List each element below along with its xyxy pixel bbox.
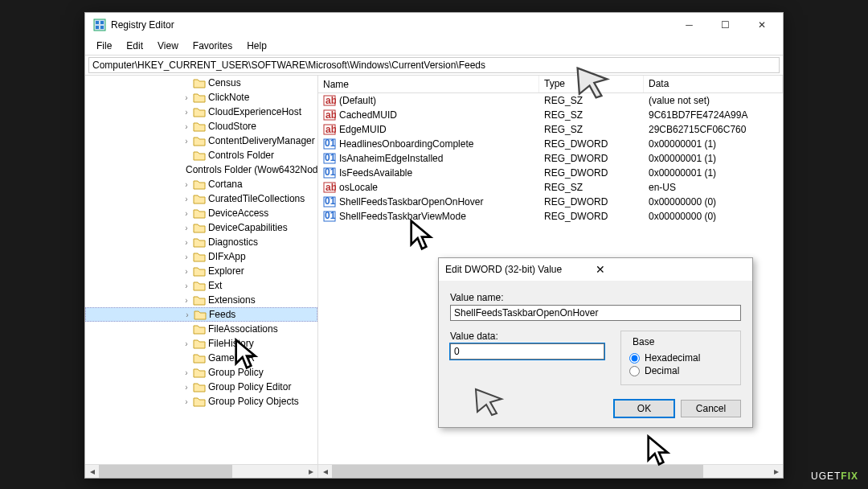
tree-item[interactable]: ›Group Policy Editor — [85, 380, 317, 394]
tree-item[interactable]: ›DeviceAccess — [85, 206, 317, 220]
expand-icon[interactable]: › — [182, 253, 191, 261]
menu-help[interactable]: Help — [240, 39, 273, 53]
tree-item[interactable]: ›CuratedTileCollections — [85, 191, 317, 206]
expand-icon[interactable]: › — [182, 209, 191, 218]
tree-item-label: FileAssociations — [208, 323, 278, 335]
tree-item-label: CloudExperienceHost — [208, 106, 301, 117]
tree-item[interactable]: ›DIFxApp — [85, 249, 317, 264]
value-data: en-US — [644, 182, 783, 193]
list-row[interactable]: ab(Default)REG_SZ(value not set) — [318, 93, 783, 108]
scroll-right-icon[interactable]: ▸ — [304, 465, 317, 479]
expand-icon[interactable]: › — [182, 339, 191, 348]
tree-item[interactable]: ›ClickNote — [85, 90, 317, 105]
list-row[interactable]: abCachedMUIDREG_SZ9C61BD7FE4724A99A — [318, 108, 783, 122]
dialog-titlebar: Edit DWORD (32-bit) Value ✕ — [439, 258, 752, 281]
tree-item[interactable]: FileAssociations — [85, 322, 317, 336]
tree-item[interactable]: ›Group Policy — [85, 365, 317, 380]
ok-button[interactable]: OK — [614, 400, 674, 417]
expand-icon[interactable]: › — [182, 383, 191, 392]
svg-text:011: 011 — [325, 152, 336, 163]
tree-item[interactable]: ›Explorer — [85, 264, 317, 278]
value-data: 0x00000000 (0) — [644, 211, 783, 222]
expand-icon[interactable]: › — [182, 108, 191, 117]
expand-icon[interactable]: › — [182, 281, 191, 290]
col-data[interactable]: Data — [644, 76, 783, 92]
expand-icon[interactable]: › — [182, 224, 191, 232]
tree-item[interactable]: ›Cortana — [85, 177, 317, 191]
value-name-input[interactable] — [450, 305, 741, 321]
tree-item[interactable]: ›Feeds — [85, 307, 317, 322]
tree-item[interactable]: ›Ext — [85, 278, 317, 293]
tree-item-label: DIFxApp — [208, 251, 246, 262]
tree-item[interactable]: Census — [85, 76, 317, 90]
minimize-button[interactable]: ─ — [671, 13, 707, 37]
scroll-left-icon[interactable]: ◂ — [318, 465, 332, 479]
expand-icon[interactable]: › — [182, 238, 191, 247]
value-type: REG_SZ — [539, 182, 644, 193]
tree-item-label: CuratedTileCollections — [208, 193, 305, 204]
list-row[interactable]: abosLocaleREG_SZen-US — [318, 180, 783, 195]
tree-item[interactable]: ›Diagnostics — [85, 235, 317, 249]
tree-item-label: DeviceCapabilities — [208, 222, 288, 233]
expand-icon[interactable]: › — [182, 93, 191, 102]
menu-file[interactable]: File — [90, 39, 118, 53]
expand-icon[interactable]: › — [182, 180, 191, 189]
list-row[interactable]: 011ShellFeedsTaskbarViewModeREG_DWORD0x0… — [318, 209, 783, 224]
tree-item[interactable]: Controls Folder (Wow6432Node) — [85, 162, 317, 177]
value-name: IsFeedsAvailable — [339, 167, 412, 179]
svg-text:011: 011 — [325, 138, 336, 149]
value-data: 0x00000000 (0) — [644, 196, 783, 208]
tree-hscroll[interactable]: ◂ ▸ — [85, 464, 317, 478]
list-hscroll[interactable]: ◂ ▸ — [318, 464, 783, 478]
tree-item[interactable]: ›FileHistory — [85, 336, 317, 351]
value-name: IsAnaheimEdgeInstalled — [339, 153, 443, 164]
expand-icon[interactable]: › — [182, 310, 192, 319]
tree-item[interactable]: ›CloudExperienceHost — [85, 105, 317, 119]
col-name[interactable]: Name — [318, 76, 539, 92]
address-bar[interactable]: Computer\HKEY_CURRENT_USER\SOFTWARE\Micr… — [88, 57, 780, 73]
svg-text:011: 011 — [325, 195, 336, 207]
expand-icon[interactable]: › — [182, 137, 191, 146]
expand-icon[interactable]: › — [182, 368, 191, 377]
list-row[interactable]: 011IsFeedsAvailableREG_DWORD0x00000001 (… — [318, 166, 783, 180]
tree-item[interactable]: ›CloudStore — [85, 119, 317, 134]
menu-favorites[interactable]: Favorites — [186, 39, 239, 53]
radio-hexadecimal[interactable] — [629, 353, 640, 364]
tree-item-label: Controls Folder — [208, 150, 274, 161]
tree-panel: Census›ClickNote›CloudExperienceHost›Clo… — [85, 76, 318, 478]
tree-item[interactable]: ›Group Policy Objects — [85, 394, 317, 409]
value-name: osLocale — [339, 182, 378, 193]
value-name-label: Value name: — [450, 292, 741, 303]
tree-item[interactable]: Controls Folder — [85, 148, 317, 162]
expand-icon[interactable]: › — [182, 397, 191, 406]
list-row[interactable]: 011HeadlinesOnboardingCompleteREG_DWORD0… — [318, 137, 783, 151]
dialog-close-button[interactable]: ✕ — [596, 263, 746, 276]
svg-text:011: 011 — [325, 166, 336, 178]
expand-icon[interactable]: › — [182, 296, 191, 305]
scroll-left-icon[interactable]: ◂ — [85, 465, 99, 479]
menubar: File Edit View Favorites Help — [85, 37, 783, 55]
expand-icon[interactable]: › — [182, 195, 191, 203]
cancel-button[interactable]: Cancel — [681, 400, 741, 417]
value-data-input[interactable] — [450, 343, 604, 360]
scroll-right-icon[interactable]: ▸ — [769, 465, 783, 479]
list-row[interactable]: 011IsAnaheimEdgeInstalledREG_DWORD0x0000… — [318, 151, 783, 166]
tree-item[interactable]: ›Extensions — [85, 293, 317, 307]
expand-icon[interactable]: › — [182, 122, 191, 131]
tree-item-label: GameDVR — [208, 352, 255, 364]
menu-view[interactable]: View — [151, 39, 185, 53]
radio-decimal[interactable] — [629, 366, 640, 376]
expand-icon[interactable]: › — [182, 267, 191, 276]
col-type[interactable]: Type — [539, 76, 644, 92]
menu-edit[interactable]: Edit — [120, 39, 149, 53]
tree-item-label: Explorer — [208, 265, 244, 277]
list-row[interactable]: abEdgeMUIDREG_SZ29CB62715CF06C760 — [318, 122, 783, 137]
tree-item[interactable]: ›ContentDeliveryManager — [85, 134, 317, 148]
value-name: CachedMUID — [339, 109, 397, 121]
maximize-button[interactable]: ☐ — [707, 13, 743, 37]
list-row[interactable]: 011ShellFeedsTaskbarOpenOnHoverREG_DWORD… — [318, 195, 783, 209]
value-type: REG_SZ — [539, 109, 644, 121]
tree-item[interactable]: ›DeviceCapabilities — [85, 220, 317, 235]
close-button[interactable]: ✕ — [743, 13, 780, 37]
tree-item[interactable]: GameDVR — [85, 351, 317, 365]
